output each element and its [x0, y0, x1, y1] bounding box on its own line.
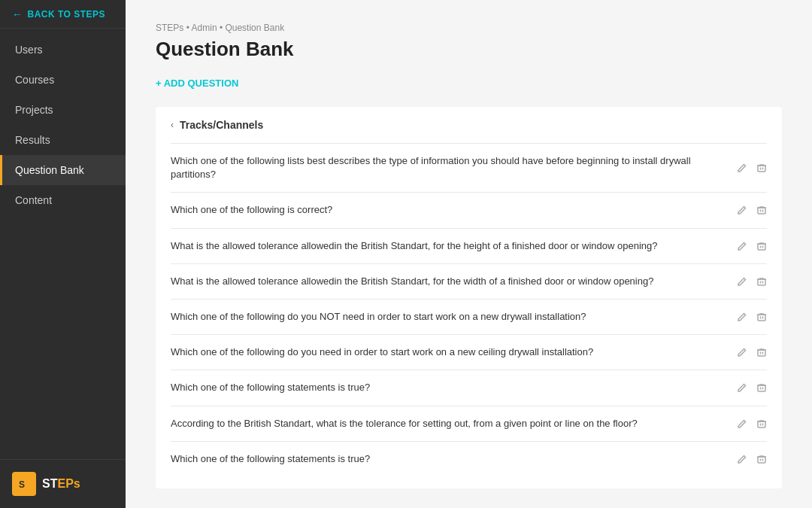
- table-row: According to the British Standart, what …: [171, 406, 767, 442]
- edit-icon[interactable]: [737, 241, 747, 251]
- delete-icon[interactable]: [756, 382, 767, 393]
- table-row: Which one of the following statements is…: [171, 442, 767, 476]
- svg-rect-2: [758, 166, 765, 172]
- sidebar-nav: Users Courses Projects Results Question …: [0, 29, 126, 459]
- sidebar-item-label: Projects: [15, 104, 53, 116]
- sidebar: ← BACK TO STEPS Users Courses Projects R…: [0, 0, 126, 508]
- sidebar-footer: S STEPs: [0, 459, 126, 508]
- sidebar-item-label: Users: [15, 44, 43, 56]
- edit-icon[interactable]: [737, 276, 747, 287]
- edit-icon[interactable]: [737, 205, 747, 215]
- svg-rect-5: [758, 279, 765, 285]
- question-text: Which one of the following statements is…: [171, 452, 737, 466]
- question-actions: [737, 312, 767, 322]
- table-row: Which one of the following lists best de…: [171, 144, 767, 193]
- back-to-steps-label: BACK TO STEPS: [28, 9, 106, 20]
- svg-rect-6: [758, 315, 765, 321]
- question-actions: [737, 276, 767, 287]
- sidebar-item-results[interactable]: Results: [0, 125, 126, 155]
- delete-icon[interactable]: [756, 454, 767, 464]
- sidebar-item-label: Question Bank: [15, 164, 84, 176]
- question-text: What is the allowed tolerance allowedin …: [171, 275, 737, 288]
- steps-logo-svg: S: [17, 476, 32, 491]
- sidebar-item-label: Results: [15, 134, 50, 146]
- question-text: Which one of the following do you need i…: [171, 345, 737, 359]
- edit-icon[interactable]: [737, 418, 747, 429]
- table-row: What is the allowed tolerance allowedin …: [171, 229, 767, 264]
- question-actions: [737, 163, 767, 173]
- table-row: Which one of the following do you NOT ne…: [171, 300, 767, 335]
- edit-icon[interactable]: [737, 163, 747, 173]
- delete-icon[interactable]: [756, 205, 767, 215]
- svg-rect-3: [758, 208, 765, 214]
- svg-rect-8: [758, 385, 765, 391]
- question-text: Which one of the following statements is…: [171, 381, 737, 394]
- delete-icon[interactable]: [756, 241, 767, 251]
- question-text: According to the British Standart, what …: [171, 417, 737, 430]
- question-actions: [737, 241, 767, 251]
- logo-icon: S: [12, 472, 36, 496]
- question-actions: [737, 205, 767, 215]
- sidebar-item-projects[interactable]: Projects: [0, 95, 126, 125]
- question-actions: [737, 347, 767, 357]
- question-section: ‹ Tracks/Channels Which one of the follo…: [156, 107, 782, 488]
- add-question-button[interactable]: + ADD QUESTION: [156, 78, 238, 89]
- chevron-left-icon[interactable]: ‹: [171, 120, 174, 130]
- question-text: Which one of the following lists best de…: [171, 154, 737, 181]
- delete-icon[interactable]: [756, 276, 767, 287]
- edit-icon[interactable]: [737, 312, 747, 322]
- edit-icon[interactable]: [737, 454, 747, 464]
- question-actions: [737, 382, 767, 393]
- question-text: What is the allowed tolerance allowedin …: [171, 239, 737, 253]
- table-row: Which one of the following do you need i…: [171, 335, 767, 370]
- svg-text:S: S: [19, 479, 25, 490]
- sidebar-item-label: Content: [15, 194, 52, 206]
- section-header: ‹ Tracks/Channels: [171, 119, 767, 137]
- question-text: Which one of the following is correct?: [171, 203, 737, 217]
- breadcrumb: STEPs • Admin • Question Bank: [156, 23, 782, 33]
- edit-icon[interactable]: [737, 382, 747, 393]
- back-arrow-icon: ←: [12, 8, 23, 20]
- svg-rect-7: [758, 350, 765, 356]
- delete-icon[interactable]: [756, 312, 767, 322]
- question-list: Which one of the following lists best de…: [171, 143, 767, 476]
- edit-icon[interactable]: [737, 347, 747, 357]
- svg-rect-10: [758, 457, 765, 463]
- table-row: Which one of the following is correct?: [171, 193, 767, 228]
- delete-icon[interactable]: [756, 418, 767, 429]
- section-title: Tracks/Channels: [180, 119, 263, 131]
- sidebar-item-label: Courses: [15, 74, 54, 86]
- page-title: Question Bank: [156, 38, 782, 61]
- delete-icon[interactable]: [756, 163, 767, 173]
- back-to-steps-button[interactable]: ← BACK TO STEPS: [0, 0, 126, 29]
- sidebar-item-courses[interactable]: Courses: [0, 65, 126, 95]
- delete-icon[interactable]: [756, 347, 767, 357]
- sidebar-item-question-bank[interactable]: Question Bank: [0, 155, 126, 185]
- logo-text: STEPs: [42, 477, 80, 491]
- svg-rect-9: [758, 421, 765, 427]
- sidebar-item-content[interactable]: Content: [0, 185, 126, 215]
- main-content: STEPs • Admin • Question Bank Question B…: [126, 0, 812, 508]
- question-text: Which one of the following do you NOT ne…: [171, 310, 737, 324]
- svg-rect-4: [758, 244, 765, 250]
- logo-accent: EPs: [57, 477, 80, 490]
- sidebar-item-users[interactable]: Users: [0, 35, 126, 65]
- question-actions: [737, 418, 767, 429]
- table-row: What is the allowed tolerance allowedin …: [171, 264, 767, 300]
- question-actions: [737, 454, 767, 464]
- table-row: Which one of the following statements is…: [171, 370, 767, 406]
